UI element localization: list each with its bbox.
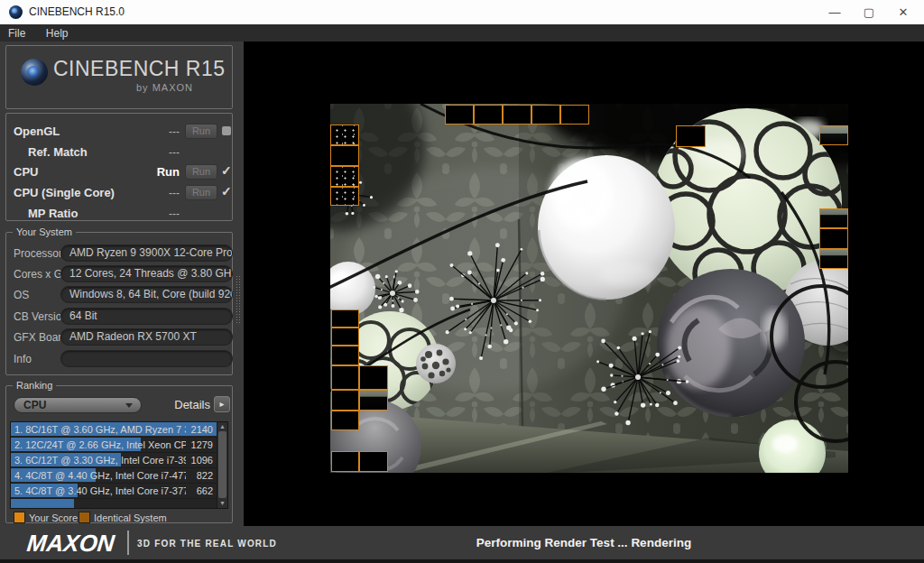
- rank-entry-score: 1279: [191, 439, 213, 450]
- ranking-scrollbar[interactable]: ▲ ▼: [217, 422, 227, 508]
- table-row[interactable]: 3. 6C/12T @ 3.30 GHz, Intel Core i7-3930…: [11, 453, 227, 468]
- render-status-text: Performing Render Test ... Rendering: [244, 536, 924, 549]
- render-bucket: [676, 125, 706, 147]
- table-row[interactable]: [11, 499, 227, 509]
- ranking-list[interactable]: 1. 8C/16T @ 3.60 GHz, AMD Ryzen 7 3700X …: [10, 421, 228, 509]
- rank-entry-label: 2. 12C/24T @ 2.66 GHz, Intel Xeon CPU X5…: [14, 439, 186, 450]
- panel-splitter-handle[interactable]: [236, 275, 241, 324]
- identical-system-swatch: [79, 512, 90, 523]
- render-bucket: [819, 125, 848, 145]
- rank-entry-score: 1096: [191, 455, 213, 466]
- test-row-mp-ratio: MP Ratio ---: [6, 203, 230, 223]
- render-bucket: [330, 145, 359, 166]
- status-bar: MAXON 3D FOR THE REAL WORLD Performing R…: [0, 526, 924, 563]
- rank-entry-score: 662: [197, 485, 213, 496]
- chevron-down-icon: [125, 403, 133, 408]
- your-score-swatch: [14, 512, 25, 523]
- field-label: Processor: [14, 247, 62, 260]
- divider: [127, 531, 129, 555]
- identical-system-label: Identical System: [94, 512, 167, 523]
- info-field[interactable]: [60, 350, 233, 367]
- menu-bar: File Help: [0, 24, 924, 42]
- render-bucket: [330, 125, 359, 145]
- render-bucket: [474, 105, 503, 125]
- scroll-down-icon[interactable]: ▼: [217, 499, 227, 508]
- table-row[interactable]: 2. 12C/24T @ 2.66 GHz, Intel Xeon CPU X5…: [11, 438, 227, 453]
- test-label: OpenGL: [14, 125, 60, 138]
- render-bucket: [359, 451, 388, 472]
- test-row-opengl: OpenGL --- Run: [6, 121, 230, 141]
- ranking-box: Ranking CPU Details ▸ 1. 8C/16T @ 3.60 G…: [5, 385, 233, 523]
- test-value: ---: [124, 146, 180, 159]
- gfx-board-field[interactable]: AMD Radeon RX 5700 XT: [60, 328, 233, 346]
- render-bucket: [531, 105, 560, 125]
- opengl-checkbox[interactable]: [222, 126, 231, 135]
- render-bucket: [331, 346, 359, 365]
- score-bar: [11, 499, 74, 509]
- render-bucket: [819, 208, 848, 228]
- test-row-cpu: CPU Run Run ✓: [6, 162, 230, 181]
- os-field[interactable]: Windows 8, 64 Bit, Core (build 9200): [60, 286, 233, 303]
- rank-entry-score: 822: [197, 470, 213, 481]
- field-label: OS: [14, 289, 29, 301]
- menu-file[interactable]: File: [0, 25, 33, 42]
- details-button[interactable]: ▸: [214, 396, 230, 412]
- scrollbar-thumb[interactable]: [218, 431, 226, 498]
- render-scene: [330, 104, 848, 473]
- render-bucket: [819, 228, 848, 249]
- ranking-filter-value: CPU: [23, 399, 46, 411]
- cb-version-field[interactable]: 64 Bit: [60, 308, 233, 325]
- processor-field[interactable]: AMD Ryzen 9 3900X 12-Core Processor: [60, 245, 233, 262]
- table-row[interactable]: 4. 4C/8T @ 4.40 GHz, Intel Core i7-4770K…: [11, 468, 227, 484]
- minimize-button[interactable]: —: [818, 0, 852, 24]
- render-bucket: [560, 105, 589, 125]
- cpu-checkbox[interactable]: ✓: [221, 164, 233, 178]
- table-row[interactable]: 5. 4C/8T @ 3.40 GHz, Intel Core i7-3770 …: [11, 484, 227, 499]
- render-bucket: [445, 105, 474, 125]
- app-icon: [9, 5, 23, 19]
- table-row[interactable]: 1. 8C/16T @ 3.60 GHz, AMD Ryzen 7 3700X …: [11, 422, 227, 438]
- render-bucket: [331, 451, 359, 472]
- test-value: ---: [124, 125, 180, 138]
- cpu-single-checkbox[interactable]: ✓: [221, 185, 233, 198]
- render-bucket: [331, 328, 359, 346]
- render-bucket: [331, 390, 359, 411]
- run-opengl-button[interactable]: Run: [185, 124, 217, 139]
- rank-entry-label: 1. 8C/16T @ 3.60 GHz, AMD Ryzen 7 3700X …: [14, 424, 186, 435]
- left-panel: CINEBENCH R15 by MAXON OpenGL --- Run Re…: [0, 42, 244, 526]
- tests-box: OpenGL --- Run Ref. Match --- CPU Run Ru…: [5, 113, 233, 221]
- render-bucket: [331, 365, 359, 390]
- render-viewport: [244, 42, 924, 526]
- title-bar: CINEBENCH R15.0 — ▢ ✕: [0, 0, 924, 25]
- test-value: ---: [124, 187, 180, 199]
- run-cpu-single-button[interactable]: Run: [185, 185, 217, 200]
- your-score-label: Your Score: [29, 512, 78, 523]
- cores-ghz-field[interactable]: 12 Cores, 24 Threads @ 3.80 GHz: [60, 265, 233, 282]
- test-label: MP Ratio: [28, 207, 78, 220]
- render-bucket: [359, 390, 388, 411]
- render-bucket: [330, 187, 359, 206]
- details-label: Details: [149, 398, 210, 411]
- your-system-box: Your System ProcessorAMD Ryzen 9 3900X 1…: [5, 232, 233, 375]
- maximize-button[interactable]: ▢: [852, 0, 886, 24]
- render-bucket: [359, 365, 388, 390]
- test-value: Run: [124, 165, 180, 179]
- cinebench-logo-icon: [21, 59, 48, 86]
- logo-subtitle: by MAXON: [136, 82, 193, 93]
- render-bucket: [331, 309, 359, 328]
- render-bucket: [819, 249, 848, 269]
- ranking-legend: Ranking: [13, 380, 56, 391]
- rank-entry-score: 2140: [191, 424, 213, 435]
- scroll-up-icon[interactable]: ▲: [217, 422, 227, 431]
- test-label: CPU (Single Core): [14, 186, 115, 199]
- field-label: Info: [14, 353, 32, 365]
- run-cpu-button[interactable]: Run: [185, 164, 217, 180]
- logo-title: CINEBENCH R15: [53, 57, 226, 81]
- menu-help[interactable]: Help: [38, 25, 77, 42]
- ranking-filter-dropdown[interactable]: CPU: [14, 397, 142, 413]
- window-title: CINEBENCH R15.0: [29, 5, 125, 18]
- test-value: ---: [124, 208, 180, 220]
- your-system-legend: Your System: [13, 226, 76, 237]
- maxon-logo: MAXON: [25, 530, 116, 558]
- close-button[interactable]: ✕: [886, 0, 920, 24]
